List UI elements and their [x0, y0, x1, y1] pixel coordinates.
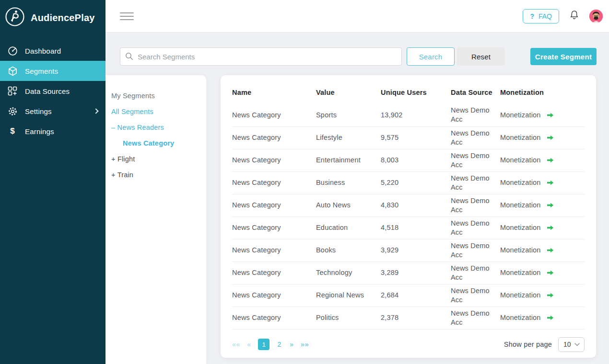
filter-bar: Search Reset Create Segment: [120, 47, 597, 66]
cell-value: Books: [316, 239, 381, 262]
cell-monetization: Monetization: [500, 171, 585, 194]
bell-icon[interactable]: [569, 10, 580, 23]
table-row: News Category Auto News 4,830 News Demo …: [232, 194, 585, 216]
segments-table: Name Value Unique Users Data Source Mone…: [232, 80, 585, 330]
hamburger-menu-icon[interactable]: [120, 12, 134, 20]
create-segment-button[interactable]: Create Segment: [530, 48, 597, 65]
cell-name: News Category: [232, 239, 316, 262]
sidebar: AudiencePlay Dashboard Segments Data Sou…: [0, 0, 105, 364]
arrow-right-icon: [547, 270, 554, 275]
pagination-page-1[interactable]: 1: [258, 339, 269, 350]
cell-value: Auto News: [316, 194, 381, 216]
app-logo[interactable]: AudiencePlay: [0, 0, 105, 29]
per-page-select[interactable]: 10: [558, 337, 585, 352]
cell-monetization: Monetization: [500, 104, 585, 126]
column-header-unique-users: Unique Users: [381, 80, 451, 104]
column-header-monetization: Monetization: [500, 80, 585, 104]
arrow-right-icon: [547, 113, 554, 118]
cell-unique-users: 3,289: [381, 262, 451, 284]
column-header-data-source: Data Source: [451, 80, 500, 104]
grid-plus-icon: [7, 86, 18, 96]
table-row: News Category Books 3,929 News Demo Acc …: [232, 239, 585, 262]
tree-item-news-category[interactable]: News Category: [111, 135, 202, 151]
cell-unique-users: 9,575: [381, 126, 451, 149]
monetization-link[interactable]: Monetization: [500, 201, 554, 210]
arrow-right-icon: [547, 203, 554, 208]
monetization-link[interactable]: Monetization: [500, 111, 554, 120]
arrow-right-icon: [547, 315, 554, 320]
cell-unique-users: 4,830: [381, 194, 451, 216]
gauge-icon: [7, 46, 18, 56]
audienceplay-logo-icon: [4, 6, 25, 29]
monetization-link[interactable]: Monetization: [500, 246, 554, 255]
cell-value: Lifestyle: [316, 126, 381, 149]
sidebar-item-dashboard[interactable]: Dashboard: [0, 41, 105, 61]
column-header-value: Value: [316, 80, 381, 104]
cell-data-source: News Demo Acc: [451, 171, 500, 194]
monetization-link[interactable]: Monetization: [500, 313, 554, 322]
chevron-right-icon: [93, 108, 98, 114]
cell-name: News Category: [232, 307, 316, 329]
table-row: News Category Business 5,220 News Demo A…: [232, 171, 585, 194]
per-page-value: 10: [563, 341, 571, 348]
faq-button[interactable]: ? FAQ: [523, 9, 559, 23]
pagination-page-2[interactable]: 2: [277, 341, 281, 348]
user-avatar[interactable]: [589, 10, 603, 23]
cell-monetization: Monetization: [500, 126, 585, 149]
pagination-last[interactable]: »»: [301, 341, 309, 348]
cell-unique-users: 8,003: [381, 149, 451, 171]
monetization-link[interactable]: Monetization: [500, 291, 554, 300]
cell-monetization: Monetization: [500, 284, 585, 307]
gear-icon: [7, 106, 18, 116]
arrow-right-icon: [547, 135, 554, 140]
monetization-link[interactable]: Monetization: [500, 223, 554, 232]
cell-data-source: News Demo Acc: [451, 104, 500, 126]
tree-item-flight[interactable]: + Flight: [111, 151, 202, 167]
tree-item-my-segments[interactable]: My Segments: [111, 88, 202, 103]
search-button[interactable]: Search: [407, 47, 455, 66]
cell-unique-users: 5,220: [381, 171, 451, 194]
sidebar-nav: Dashboard Segments Data Sources Settings…: [0, 41, 105, 141]
tree-item-all-segments[interactable]: All Segments: [111, 103, 202, 119]
cell-monetization: Monetization: [500, 262, 585, 284]
cell-value: Sports: [316, 104, 381, 126]
segments-tree-panel: My Segments All Segments – News Readers …: [105, 75, 206, 364]
cell-name: News Category: [232, 171, 316, 194]
sidebar-item-segments[interactable]: Segments: [0, 61, 105, 81]
tree-item-train[interactable]: + Train: [111, 167, 202, 182]
monetization-link[interactable]: Monetization: [500, 178, 554, 187]
pagination-prev[interactable]: «: [247, 341, 252, 348]
sidebar-item-data-sources[interactable]: Data Sources: [0, 81, 105, 101]
cell-monetization: Monetization: [500, 149, 585, 171]
faq-label: FAQ: [539, 12, 552, 20]
sidebar-item-earnings[interactable]: $ Earnings: [0, 121, 105, 141]
monetization-link[interactable]: Monetization: [500, 268, 554, 277]
arrow-right-icon: [547, 248, 554, 253]
monetization-link[interactable]: Monetization: [500, 133, 554, 142]
sidebar-item-label: Dashboard: [25, 47, 61, 55]
cell-name: News Category: [232, 262, 316, 284]
cell-unique-users: 3,929: [381, 239, 451, 262]
search-input[interactable]: [120, 47, 402, 66]
sidebar-item-settings[interactable]: Settings: [0, 101, 105, 121]
dollar-icon: $: [7, 126, 18, 136]
app-title: AudiencePlay: [31, 12, 95, 23]
column-header-name: Name: [232, 80, 316, 104]
arrow-right-icon: [547, 158, 554, 163]
arrow-right-icon: [547, 180, 554, 185]
reset-button[interactable]: Reset: [457, 47, 505, 66]
tree-item-news-readers[interactable]: – News Readers: [111, 119, 202, 135]
pagination-first[interactable]: ««: [232, 341, 241, 348]
table-row: News Category Sports 13,902 News Demo Ac…: [232, 104, 585, 126]
chevron-down-icon: [574, 343, 580, 346]
sidebar-item-label: Earnings: [25, 127, 54, 136]
pagination-next[interactable]: »: [290, 341, 294, 348]
search-icon: [125, 52, 133, 60]
cell-name: News Category: [232, 216, 316, 239]
cube-icon: [7, 66, 18, 76]
monetization-link[interactable]: Monetization: [500, 156, 554, 165]
cell-unique-users: 2,684: [381, 284, 451, 307]
table-row: News Category Lifestyle 9,575 News Demo …: [232, 126, 585, 149]
cell-name: News Category: [232, 104, 316, 126]
cell-name: News Category: [232, 284, 316, 307]
